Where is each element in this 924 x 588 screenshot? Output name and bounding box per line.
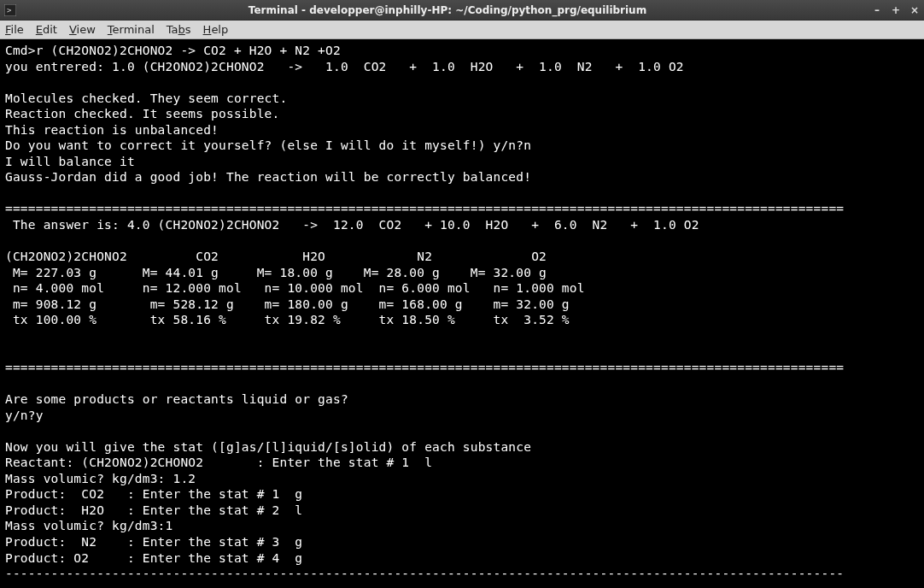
terminal-output[interactable]: Cmd>r (CH2ONO2)2CHONO2 -> CO2 + H2O + N2… [0,39,924,588]
close-button[interactable]: × [909,4,921,16]
window-buttons: – + × [871,4,921,16]
app-icon: > [3,3,17,17]
menu-help[interactable]: Help [203,23,229,36]
menu-file[interactable]: File [5,23,24,36]
window-title: Terminal - developper@inphilly-HP: ~/Cod… [24,4,871,16]
menu-view[interactable]: View [69,23,96,36]
window-titlebar: > Terminal - developper@inphilly-HP: ~/C… [0,0,924,21]
minimize-button[interactable]: – [871,4,883,16]
menu-tabs[interactable]: Tabs [167,23,191,36]
menu-edit[interactable]: Edit [36,23,57,36]
maximize-button[interactable]: + [890,4,902,16]
menubar: File Edit View Terminal Tabs Help [0,21,924,39]
svg-text:>: > [7,6,12,15]
menu-terminal[interactable]: Terminal [108,23,155,36]
